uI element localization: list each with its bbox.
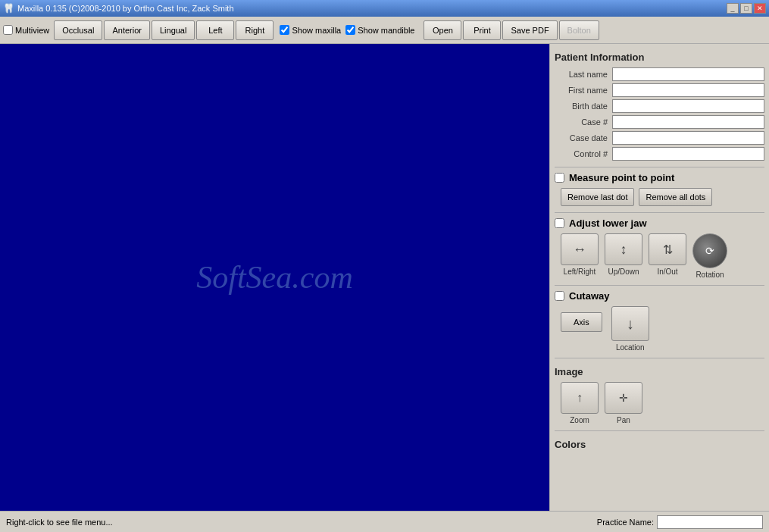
remove-last-dot-button[interactable]: Remove last dot bbox=[561, 188, 634, 206]
cutaway-title: Cutaway bbox=[569, 290, 609, 302]
in-out-button[interactable]: ⇅ bbox=[649, 233, 686, 265]
show-mandible-label: Show mandible bbox=[358, 26, 414, 35]
left-right-button[interactable]: ↔ bbox=[561, 233, 599, 265]
patient-info-title: Patient Information bbox=[555, 52, 764, 63]
case-num-input[interactable] bbox=[612, 115, 764, 129]
up-down-container: ↕ Up/Down bbox=[605, 233, 642, 276]
location-label: Location bbox=[616, 343, 645, 352]
status-hint: Right-click to see file menu... bbox=[6, 518, 113, 527]
first-name-row: First name bbox=[555, 83, 764, 97]
last-name-input[interactable] bbox=[612, 67, 764, 81]
measure-buttons: Remove last dot Remove all dots bbox=[561, 188, 764, 206]
right-button[interactable]: Right bbox=[236, 20, 274, 40]
open-button[interactable]: Open bbox=[424, 20, 461, 40]
pan-button[interactable]: ✛ bbox=[605, 382, 642, 414]
pan-icon: ✛ bbox=[619, 392, 628, 404]
statusbar: Right-click to see file menu... Practice… bbox=[0, 511, 769, 532]
rotation-container: ⟳ Rotation bbox=[692, 233, 727, 279]
location-icon: ↓ bbox=[627, 315, 634, 333]
viewport[interactable]: SoftSea.com bbox=[0, 44, 549, 511]
measure-title: Measure point to point bbox=[569, 172, 674, 183]
zoom-label: Zoom bbox=[570, 416, 589, 424]
case-num-label: Case # bbox=[555, 117, 608, 127]
in-out-icon: ⇅ bbox=[663, 243, 673, 257]
toolbar: Multiview Occlusal Anterior Lingual Left… bbox=[0, 17, 769, 44]
practice-name-area: Practice Name: bbox=[597, 515, 763, 529]
birth-date-row: Birth date bbox=[555, 99, 764, 113]
show-mandible-container[interactable]: Show mandible bbox=[345, 25, 414, 35]
measure-section: Measure point to point Remove last dot R… bbox=[555, 167, 764, 206]
lingual-button[interactable]: Lingual bbox=[152, 20, 195, 40]
up-down-icon: ↕ bbox=[621, 242, 627, 258]
left-right-container: ↔ Left/Right bbox=[561, 233, 599, 276]
in-out-label: In/Out bbox=[657, 268, 677, 276]
control-num-row: Control # bbox=[555, 147, 764, 161]
birth-date-label: Birth date bbox=[555, 102, 608, 111]
in-out-container: ⇅ In/Out bbox=[649, 233, 686, 276]
control-num-input[interactable] bbox=[612, 147, 764, 161]
zoom-icon: ↑ bbox=[577, 391, 583, 405]
left-button[interactable]: Left bbox=[196, 20, 234, 40]
right-panel: Patient Information Last name First name… bbox=[549, 44, 769, 511]
close-button[interactable]: ✕ bbox=[754, 3, 766, 14]
case-date-input[interactable] bbox=[612, 131, 764, 145]
jaw-checkbox[interactable] bbox=[555, 218, 564, 228]
show-maxilla-label: Show maxilla bbox=[292, 26, 341, 35]
watermark: SoftSea.com bbox=[196, 259, 352, 296]
maximize-button[interactable]: □ bbox=[740, 3, 752, 14]
multiview-checkbox[interactable] bbox=[3, 25, 13, 35]
axis-button[interactable]: Axis bbox=[561, 312, 602, 332]
remove-all-dots-button[interactable]: Remove all dots bbox=[639, 188, 712, 206]
multiview-label: Multiview bbox=[15, 26, 49, 35]
cutaway-section: Cutaway Axis ↓ Location bbox=[555, 285, 764, 352]
image-controls: ↑ Zoom ✛ Pan bbox=[561, 382, 764, 424]
jaw-controls: ↔ Left/Right ↕ Up/Down ⇅ In/Out bbox=[561, 233, 764, 279]
rotation-button[interactable]: ⟳ bbox=[692, 233, 727, 268]
zoom-container: ↑ Zoom bbox=[561, 382, 599, 424]
control-num-label: Control # bbox=[555, 149, 608, 158]
title-text: Maxilla 0.135 (C)2008-2010 by Ortho Cast… bbox=[17, 4, 234, 13]
titlebar: 🦷 Maxilla 0.135 (C)2008-2010 by Ortho Ca… bbox=[0, 0, 769, 17]
cutaway-controls: Axis ↓ Location bbox=[561, 306, 764, 352]
bolton-button[interactable]: Bolton bbox=[559, 20, 599, 40]
cutaway-header: Cutaway bbox=[555, 290, 764, 302]
minimize-button[interactable]: _ bbox=[727, 3, 739, 14]
jaw-section: Adjust lower jaw ↔ Left/Right ↕ Up/Down bbox=[555, 212, 764, 279]
anterior-button[interactable]: Anterior bbox=[104, 20, 150, 40]
save-pdf-button[interactable]: Save PDF bbox=[502, 20, 557, 40]
main-area: SoftSea.com Patient Information Last nam… bbox=[0, 44, 769, 511]
rotation-icon: ⟳ bbox=[705, 245, 714, 257]
first-name-input[interactable] bbox=[612, 83, 764, 97]
birth-date-input[interactable] bbox=[612, 99, 764, 113]
image-title: Image bbox=[555, 366, 764, 377]
colors-section: Colors bbox=[555, 430, 764, 450]
jaw-title: Adjust lower jaw bbox=[569, 217, 647, 229]
practice-name-label: Practice Name: bbox=[597, 518, 654, 527]
last-name-row: Last name bbox=[555, 67, 764, 81]
app-icon: 🦷 bbox=[3, 3, 14, 14]
last-name-label: Last name bbox=[555, 70, 608, 79]
left-right-icon: ↔ bbox=[573, 242, 586, 258]
multiview-checkbox-container[interactable]: Multiview bbox=[3, 25, 49, 35]
cutaway-checkbox[interactable] bbox=[555, 291, 564, 301]
left-right-label: Left/Right bbox=[564, 268, 596, 276]
rotation-label: Rotation bbox=[696, 271, 724, 279]
occlusal-button[interactable]: Occlusal bbox=[54, 20, 102, 40]
practice-name-input[interactable] bbox=[657, 515, 763, 529]
pan-container: ✛ Pan bbox=[605, 382, 642, 424]
show-maxilla-container[interactable]: Show maxilla bbox=[280, 25, 341, 35]
measure-checkbox[interactable] bbox=[555, 173, 564, 183]
case-num-row: Case # bbox=[555, 115, 764, 129]
location-button[interactable]: ↓ bbox=[611, 306, 649, 341]
up-down-button[interactable]: ↕ bbox=[605, 233, 642, 265]
patient-info-section: Patient Information Last name First name… bbox=[555, 52, 764, 161]
show-maxilla-checkbox[interactable] bbox=[280, 25, 289, 35]
measure-header: Measure point to point bbox=[555, 172, 764, 183]
window-controls: _ □ ✕ bbox=[727, 3, 766, 14]
zoom-button[interactable]: ↑ bbox=[561, 382, 599, 414]
colors-title: Colors bbox=[555, 439, 764, 450]
print-button[interactable]: Print bbox=[463, 20, 501, 40]
show-mandible-checkbox[interactable] bbox=[345, 25, 355, 35]
up-down-label: Up/Down bbox=[608, 268, 639, 276]
case-date-label: Case date bbox=[555, 133, 608, 142]
